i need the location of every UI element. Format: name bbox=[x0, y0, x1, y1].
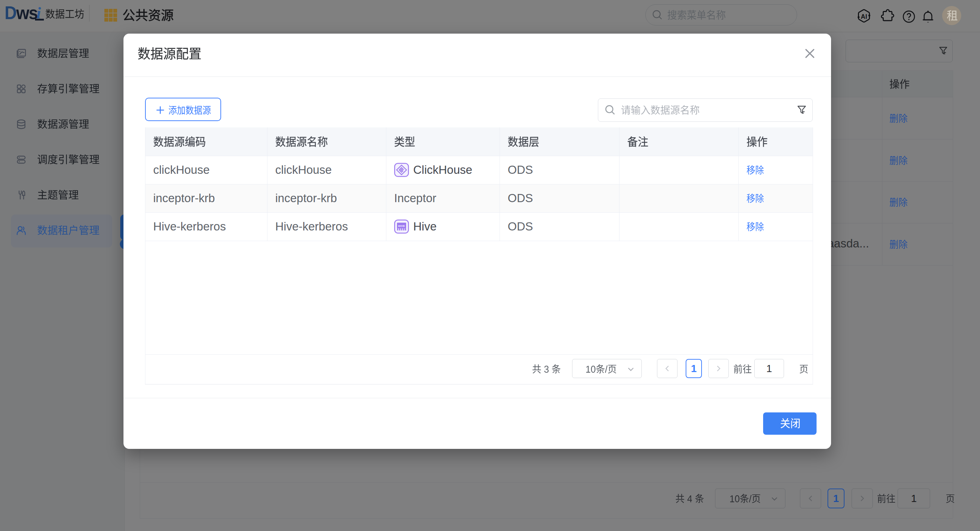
svg-text:HIVE: HIVE bbox=[398, 225, 405, 228]
